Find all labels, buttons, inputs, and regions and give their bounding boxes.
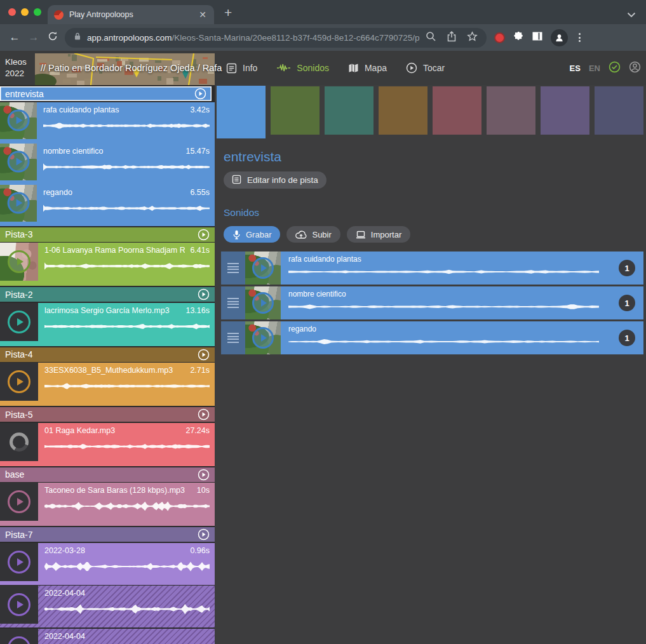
sound-item[interactable]: 2022-03-28 0.96s: [0, 543, 215, 585]
sound-thumbnail[interactable]: [0, 423, 38, 461]
sound-thumbnail[interactable]: [245, 286, 281, 319]
track-color-tab-8[interactable]: [595, 86, 643, 135]
sound-item[interactable]: regando 6.55s: [0, 185, 215, 226]
edit-track-info-button[interactable]: Editar info de pista: [224, 171, 326, 189]
play-track-icon[interactable]: [198, 408, 210, 420]
sound-thumbnail[interactable]: [0, 185, 37, 222]
share-icon[interactable]: [447, 31, 456, 44]
subir-button[interactable]: Subir: [286, 226, 340, 243]
sound-thumbnail[interactable]: [0, 144, 37, 180]
sound-item[interactable]: nombre cientifico 15.47s: [0, 144, 215, 185]
close-window-icon[interactable]: [8, 8, 16, 16]
profile-avatar[interactable]: [551, 29, 568, 46]
url-bar[interactable]: app.antropoloops.com/Kleos-Santa-Marina/…: [65, 28, 487, 48]
track-header[interactable]: entrevista: [0, 86, 212, 101]
play-sound-icon[interactable]: [8, 250, 30, 273]
track-header[interactable]: base: [0, 467, 215, 482]
sound-thumbnail[interactable]: [245, 321, 281, 354]
nav-item-info[interactable]: Info: [226, 63, 257, 74]
track-header[interactable]: Pista-2: [0, 287, 215, 302]
track-color-tab-4[interactable]: [379, 86, 427, 135]
sound-item[interactable]: rafa cuidando plantas 3.42s: [0, 102, 215, 144]
sound-item[interactable]: 01 Raga Kedar.mp3 27.24s: [0, 423, 215, 466]
sound-thumbnail[interactable]: [0, 102, 37, 139]
reload-button[interactable]: [43, 31, 62, 44]
sound-item[interactable]: Taconeo de Sara Baras (128 kbps).mp3 10s: [0, 483, 215, 526]
sound-thumbnail[interactable]: [0, 629, 38, 644]
play-sound-icon[interactable]: [8, 109, 30, 131]
sound-thumbnail[interactable]: [245, 252, 281, 285]
panel-sound-row[interactable]: rafa cuidando plantas 1: [221, 252, 643, 285]
back-button[interactable]: ←: [5, 31, 24, 44]
track-color-tab-3[interactable]: [325, 86, 373, 135]
sound-thumbnail[interactable]: [0, 303, 38, 341]
new-tab-button[interactable]: +: [224, 6, 232, 19]
side-panel-icon[interactable]: [532, 32, 542, 43]
track-header[interactable]: Pista-4: [0, 347, 215, 362]
play-sound-icon[interactable]: [252, 257, 274, 279]
play-track-icon[interactable]: [198, 528, 210, 540]
play-sound-icon[interactable]: [8, 192, 30, 214]
panel-sound-row[interactable]: nombre cientifico 1: [221, 286, 643, 319]
track-header[interactable]: Pista-7: [0, 527, 215, 542]
track-color-tab-5[interactable]: [433, 86, 481, 135]
tab-close-icon[interactable]: ✕: [198, 9, 208, 20]
maximize-window-icon[interactable]: [34, 8, 41, 16]
nav-item-tocar[interactable]: Tocar: [406, 62, 445, 74]
play-sound-icon[interactable]: [8, 593, 30, 616]
importar-button[interactable]: Importar: [347, 226, 410, 243]
minimize-window-icon[interactable]: [21, 8, 29, 16]
lock-icon[interactable]: [74, 32, 81, 43]
track-color-tab-7[interactable]: [541, 86, 589, 135]
account-icon[interactable]: [629, 61, 641, 76]
drag-handle-icon[interactable]: [221, 252, 245, 285]
play-track-icon[interactable]: [198, 229, 210, 241]
drag-handle-icon[interactable]: [221, 286, 245, 319]
sound-thumbnail[interactable]: [0, 243, 38, 281]
play-sound-icon[interactable]: [8, 636, 30, 644]
sound-item[interactable]: 2022-04-04: [0, 586, 215, 627]
track-color-tab-6[interactable]: [487, 86, 535, 135]
sound-item[interactable]: 2022-04-04: [0, 629, 215, 644]
play-track-icon[interactable]: [198, 288, 210, 300]
record-extension-icon[interactable]: [494, 32, 505, 43]
play-sound-icon[interactable]: [8, 490, 30, 513]
sound-item[interactable]: 33ESX6038_B5_Muthedukkum.mp3 2.71s: [0, 363, 215, 406]
extensions-puzzle-icon[interactable]: [513, 31, 524, 44]
panel-sound-row[interactable]: regando 1: [221, 321, 643, 354]
track-color-tab-2[interactable]: [271, 86, 320, 135]
sound-item[interactable]: 1-06 Lavanya Rama Poorna Shadjam Rupak..…: [0, 243, 215, 286]
play-sound-icon[interactable]: [8, 311, 30, 333]
sound-thumbnail[interactable]: [0, 363, 38, 401]
browser-tab[interactable]: Play Antropoloops ✕: [48, 5, 214, 24]
sound-thumbnail[interactable]: [0, 586, 38, 624]
lang-en[interactable]: EN: [589, 64, 600, 73]
play-track-icon[interactable]: [198, 349, 210, 361]
grabar-button[interactable]: Grabar: [224, 226, 280, 243]
track-header[interactable]: Pista-3: [0, 227, 215, 242]
app-logo[interactable]: Kleos 2022: [5, 57, 27, 79]
lang-es[interactable]: ES: [570, 64, 581, 73]
play-track-icon[interactable]: [198, 469, 210, 481]
bookmark-star-icon[interactable]: [467, 31, 478, 44]
play-sound-icon[interactable]: [8, 151, 30, 173]
play-sound-icon[interactable]: [8, 551, 30, 574]
sync-check-icon[interactable]: [609, 61, 621, 76]
play-sound-icon[interactable]: [252, 327, 274, 349]
sound-thumbnail[interactable]: [0, 483, 38, 521]
zoom-icon[interactable]: [426, 31, 436, 44]
forward-button[interactable]: →: [24, 31, 43, 44]
tab-search-chevron-icon[interactable]: [627, 9, 636, 20]
drag-handle-icon[interactable]: [221, 321, 245, 354]
sound-waveform: [44, 377, 210, 396]
play-sound-icon[interactable]: [252, 292, 274, 314]
sound-thumbnail[interactable]: [0, 543, 38, 581]
sound-item[interactable]: lacrimosa Sergio García Merlo.mp3 13.16s: [0, 303, 215, 346]
nav-item-sonidos[interactable]: Sonidos: [276, 63, 329, 73]
track-header[interactable]: Pista-5: [0, 407, 215, 422]
track-color-tab-1[interactable]: [217, 86, 266, 138]
play-track-icon[interactable]: [194, 88, 206, 100]
browser-menu-icon[interactable]: [576, 33, 583, 42]
nav-item-mapa[interactable]: Mapa: [348, 63, 387, 73]
play-sound-icon[interactable]: [8, 370, 30, 393]
